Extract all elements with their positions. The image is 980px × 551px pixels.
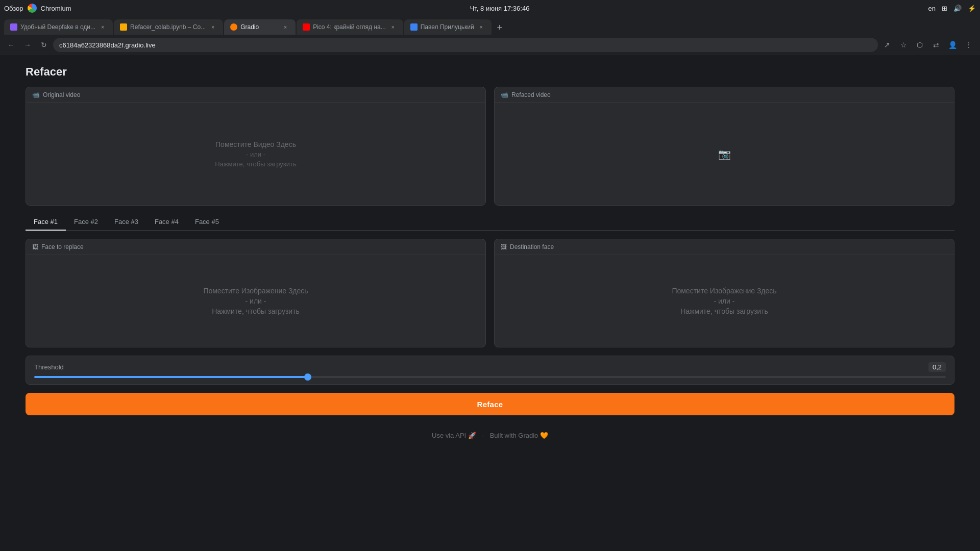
back-button[interactable]: ← (4, 38, 18, 52)
threshold-fill (34, 376, 308, 378)
threshold-slider[interactable] (34, 376, 946, 378)
destination-face-drop-text: Поместите Изображение Здесь (672, 287, 776, 295)
tab-deepfake-favicon (10, 23, 17, 31)
threshold-value: 0,2 (928, 362, 946, 372)
reface-button[interactable]: Reface (26, 393, 954, 415)
original-video-panel[interactable]: 📹 Original video Поместите Видео Здесь -… (26, 87, 486, 206)
app-title: Refacer (26, 65, 954, 79)
threshold-container: Threshold 0,2 (26, 356, 954, 385)
face-to-replace-icon: 🖼 (32, 243, 38, 251)
tab-club-close[interactable]: × (477, 23, 485, 31)
face-row: 🖼 Face to replace Поместите Изображение … (26, 239, 954, 347)
overview-label: Обзор (4, 5, 23, 12)
bookmark-icon[interactable]: ☆ (896, 38, 911, 52)
threshold-label: Threshold (34, 363, 64, 371)
top-bar: Обзор Chromium Чт, 8 июня 17:36:46 en ⊞ … (0, 0, 980, 16)
tab-deepfake-label: Удобный Deepfake в оди... (20, 23, 95, 31)
tab-gradio-favicon (230, 23, 237, 31)
tab-colab[interactable]: Refacer_colab.ipynb – Co... × (114, 19, 223, 35)
face-tab-1[interactable]: Face #1 (26, 214, 66, 231)
destination-face-upload-text: Нажмите, чтобы загрузить (680, 307, 768, 315)
original-video-header: 📹 Original video (26, 87, 485, 103)
destination-face-label: Destination face (510, 243, 554, 251)
face-to-replace-label: Face to replace (41, 243, 84, 251)
tab-youtube-label: Pico 4: крайній огляд на... (313, 23, 386, 31)
lang-indicator: en (928, 5, 936, 12)
extensions-icon[interactable]: ⬡ (913, 38, 927, 52)
tab-deepfake[interactable]: Удобный Deepfake в оди... × (4, 19, 113, 35)
face-to-replace-drop-text: Поместите Изображение Здесь (203, 287, 308, 295)
tab-youtube-favicon (303, 23, 310, 31)
original-video-drop-text: Поместите Видео Здесь (215, 140, 296, 148)
menu-icon[interactable]: ⋮ (962, 38, 976, 52)
face-tab-4[interactable]: Face #4 (146, 214, 187, 231)
tabs-bar: Удобный Deepfake в оди... × Refacer_cola… (0, 16, 980, 35)
video-placeholder-icon: 📷 (718, 148, 731, 160)
destination-face-header: 🖼 Destination face (495, 239, 954, 255)
tab-deepfake-close[interactable]: × (99, 23, 107, 31)
destination-face-icon: 🖼 (501, 243, 507, 251)
page-content: Refacer 📹 Original video Поместите Видео… (0, 55, 980, 551)
destination-face-body[interactable]: Поместите Изображение Здесь - или - Нажм… (495, 255, 954, 347)
footer-built-label: Built with Gradio (490, 432, 538, 439)
face-to-replace-body[interactable]: Поместите Изображение Здесь - или - Нажм… (26, 255, 485, 347)
tab-youtube[interactable]: Pico 4: крайній огляд на... × (297, 19, 403, 35)
tab-gradio[interactable]: Gradio × (224, 19, 296, 35)
battery-icon: ⚡ (968, 5, 976, 12)
face-tabs: Face #1 Face #2 Face #3 Face #4 Face #5 (26, 214, 954, 231)
original-video-or-text: - или - (246, 151, 265, 158)
profile-icon[interactable]: 👤 (945, 38, 960, 52)
original-video-body[interactable]: Поместите Видео Здесь - или - Нажмите, ч… (26, 103, 485, 205)
footer-built-emoji: 🧡 (540, 432, 548, 439)
face-to-replace-panel[interactable]: 🖼 Face to replace Поместите Изображение … (26, 239, 486, 347)
forward-button[interactable]: → (20, 38, 35, 52)
original-video-upload-text: Нажмите, чтобы загрузить (215, 160, 296, 168)
tab-youtube-close[interactable]: × (389, 23, 397, 31)
tab-club-favicon (410, 23, 418, 31)
datetime-display: Чт, 8 июня 17:36:46 (470, 5, 530, 12)
footer-api-emoji: 🚀 (468, 432, 476, 439)
tab-colab-favicon (120, 23, 127, 31)
volume-icon: 🔊 (953, 5, 962, 12)
new-tab-button[interactable]: + (493, 20, 507, 35)
refaced-video-header-icon: 📹 (501, 91, 508, 98)
address-input[interactable] (53, 38, 878, 52)
sync-icon[interactable]: ⇄ (929, 38, 943, 52)
chromium-label: Chromium (41, 5, 71, 12)
reload-button[interactable]: ↻ (37, 38, 51, 52)
face-to-replace-or-text: - или - (246, 297, 266, 305)
destination-face-panel[interactable]: 🖼 Destination face Поместите Изображение… (494, 239, 954, 347)
video-row: 📹 Original video Поместите Видео Здесь -… (26, 87, 954, 206)
face-to-replace-header: 🖼 Face to replace (26, 239, 485, 255)
refaced-video-header: 📹 Refaced video (495, 87, 954, 103)
network-icon: ⊞ (942, 5, 947, 12)
refaced-video-panel: 📹 Refaced video 📷 (494, 87, 954, 206)
tab-gradio-label: Gradio (240, 23, 278, 31)
original-video-label: Original video (43, 91, 80, 98)
chromium-logo-icon (28, 4, 37, 13)
destination-face-or-text: - или - (714, 297, 735, 305)
tab-colab-close[interactable]: × (209, 23, 217, 31)
tab-club[interactable]: Павел Прилуцький × (404, 19, 492, 35)
tab-gradio-close[interactable]: × (281, 23, 289, 31)
face-tab-2[interactable]: Face #2 (66, 214, 106, 231)
refaced-video-label: Refaced video (511, 91, 551, 98)
address-bar: ← → ↻ ↗ ☆ ⬡ ⇄ 👤 ⋮ (0, 35, 980, 55)
threshold-thumb[interactable] (304, 373, 311, 381)
tab-club-label: Павел Прилуцький (421, 23, 474, 31)
face-to-replace-upload-text: Нажмите, чтобы загрузить (212, 307, 300, 315)
original-video-header-icon: 📹 (32, 91, 40, 98)
tab-colab-label: Refacer_colab.ipynb – Co... (130, 23, 206, 31)
footer-api-label: Use via API (432, 432, 466, 439)
page-footer: Use via API 🚀 · Built with Gradio 🧡 (26, 432, 954, 439)
share-icon[interactable]: ↗ (880, 38, 894, 52)
face-tab-3[interactable]: Face #3 (106, 214, 146, 231)
refaced-video-body: 📷 (495, 103, 954, 205)
footer-separator: · (482, 432, 484, 439)
face-tab-5[interactable]: Face #5 (187, 214, 227, 231)
